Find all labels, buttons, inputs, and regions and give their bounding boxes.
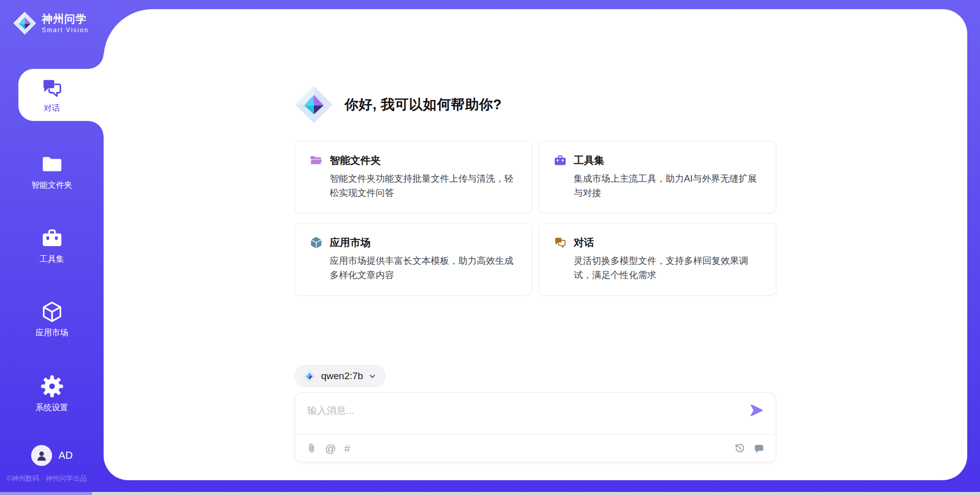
message-input[interactable] <box>295 393 776 434</box>
mention-button[interactable]: @ <box>325 443 336 454</box>
sidebar-item-chat[interactable]: 对话 <box>18 69 104 121</box>
diamond-logo-icon <box>295 85 333 124</box>
horizontal-scrollbar[interactable] <box>0 492 980 495</box>
card-description: 灵活切换多模型文件，支持多样回复效果调试，满足个性化需求 <box>574 254 766 283</box>
sidebar-item-label: 工具集 <box>40 254 64 265</box>
cube-icon <box>309 236 323 250</box>
send-icon <box>749 403 764 417</box>
chat-icon <box>553 236 567 250</box>
history-icon <box>734 443 745 454</box>
card-title: 应用市场 <box>330 236 371 250</box>
diamond-logo-icon <box>303 369 316 383</box>
sidebar-item-label: 对话 <box>44 103 60 114</box>
send-button[interactable] <box>749 403 764 417</box>
tab-fillet-bottom <box>88 121 104 136</box>
sidebar-item-settings[interactable]: 系统设置 <box>0 374 104 413</box>
sidebar-item-label: 智能文件夹 <box>32 180 72 191</box>
sidebar-item-app-market[interactable]: 应用市场 <box>0 300 104 338</box>
diamond-logo-icon <box>13 11 37 35</box>
chevron-down-icon <box>368 372 377 381</box>
greeting-header: 你好, 我可以如何帮助你? <box>295 85 776 124</box>
attach-button[interactable] <box>306 443 317 454</box>
model-name: qwen2:7b <box>321 370 363 382</box>
feature-cards: 智能文件夹 智能文件夹功能支持批量文件上传与清洗，轻松实现文件问答 工具集 集成… <box>295 141 776 295</box>
sidebar-item-label: 系统设置 <box>36 403 68 413</box>
message-composer: @ # <box>295 392 776 462</box>
hashtag-button[interactable]: # <box>344 443 350 454</box>
sidebar: 神州问学 Smart Vision 对话 智能文件夹 工具集 应用市场 系统设置… <box>0 0 104 495</box>
card-description: 应用市场提供丰富长文本模板，助力高效生成多样化文章内容 <box>330 254 522 283</box>
history-button[interactable] <box>734 443 745 454</box>
copyright-footer: ©神州数码 · 神州问学出品 <box>7 474 87 483</box>
chat-icon <box>40 77 64 100</box>
model-selector[interactable]: qwen2:7b <box>295 365 386 387</box>
card-smart-folder[interactable]: 智能文件夹 智能文件夹功能支持批量文件上传与清洗，轻松实现文件问答 <box>295 141 532 213</box>
cube-icon <box>40 300 64 324</box>
sidebar-item-smart-folder[interactable]: 智能文件夹 <box>0 153 104 191</box>
folder-icon <box>40 153 64 176</box>
card-title: 工具集 <box>574 154 604 167</box>
brand-subtitle: Smart Vision <box>42 27 89 34</box>
avatar <box>31 445 52 466</box>
sidebar-item-toolset[interactable]: 工具集 <box>0 227 104 265</box>
comments-button[interactable] <box>753 443 765 454</box>
greeting-title: 你好, 我可以如何帮助你? <box>345 95 502 114</box>
user-account[interactable]: AD <box>0 445 104 466</box>
comment-icon <box>753 443 765 454</box>
person-icon <box>35 449 48 462</box>
user-name: AD <box>59 450 73 461</box>
card-description: 智能文件夹功能支持批量文件上传与清洗，轻松实现文件问答 <box>330 172 522 201</box>
card-chat[interactable]: 对话 灵活切换多模型文件，支持多样回复效果调试，满足个性化需求 <box>538 223 776 295</box>
toolbox-icon <box>553 154 567 167</box>
sidebar-item-label: 应用市场 <box>36 328 68 338</box>
tab-fillet-top <box>88 54 104 69</box>
gear-icon <box>40 374 64 399</box>
toolbox-icon <box>40 227 64 250</box>
card-description: 集成市场上主流工具，助力AI与外界无缝扩展与对接 <box>574 172 766 201</box>
composer-toolbar: @ # <box>295 435 776 462</box>
card-toolset[interactable]: 工具集 集成市场上主流工具，助力AI与外界无缝扩展与对接 <box>538 141 776 213</box>
folder-open-icon <box>309 154 323 167</box>
brand-logo: 神州问学 Smart Vision <box>13 11 89 35</box>
main-content-panel: 你好, 我可以如何帮助你? 智能文件夹 智能文件夹功能支持批量文件上传与清洗，轻… <box>104 9 967 480</box>
card-app-market[interactable]: 应用市场 应用市场提供丰富长文本模板，助力高效生成多样化文章内容 <box>295 223 532 295</box>
card-title: 智能文件夹 <box>330 154 381 167</box>
brand-name: 神州问学 <box>42 13 89 24</box>
card-title: 对话 <box>574 236 594 250</box>
paperclip-icon <box>306 443 317 454</box>
